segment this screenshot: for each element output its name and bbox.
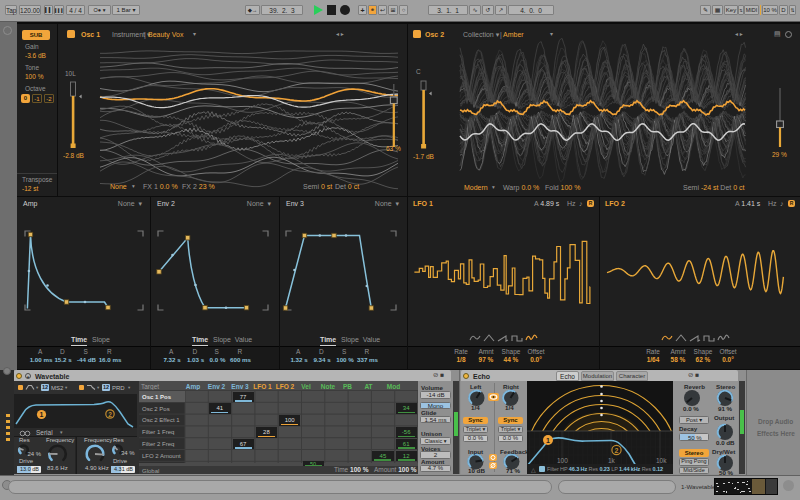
svg-text:1: 1 [546, 437, 550, 444]
svg-text:2: 2 [615, 447, 619, 454]
svg-text:10k: 10k [656, 457, 667, 464]
svg-text:1: 1 [40, 411, 44, 418]
svg-text:2: 2 [108, 411, 112, 418]
svg-text:100: 100 [557, 457, 568, 464]
svg-text:1k: 1k [608, 457, 616, 464]
